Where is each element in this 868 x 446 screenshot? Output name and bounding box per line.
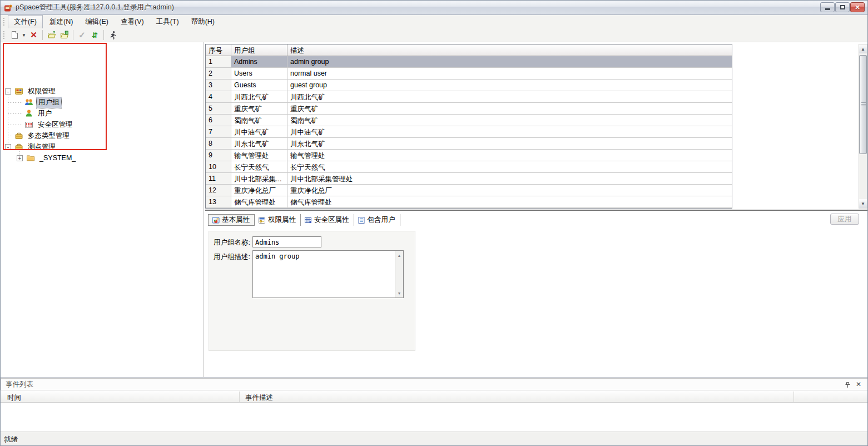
column-header-user-group[interactable]: 用户组 [231,44,287,56]
cell-description: 川西北气矿 [287,91,732,103]
group-name-input[interactable]: Admins [252,236,321,247]
tree-item-security-zone-mgmt[interactable]: 安全区管理 [1,119,201,130]
tab-label: 包含用户 [368,215,395,225]
user-group-icon [24,98,33,107]
refresh-button[interactable]: ⇵ [88,29,101,41]
status-bar: 就绪 [1,432,867,446]
pin-panel-button[interactable] [844,381,851,389]
cell-description: 蜀南气矿 [287,115,732,126]
table-vertical-scrollbar[interactable]: ▲ ▼ [859,44,867,209]
import-button[interactable] [45,29,58,41]
tree-item-permission-mgmt[interactable]: - 权限管理 [1,86,201,97]
apply-button[interactable]: 应用 [830,214,859,225]
toolbox-icon [14,131,23,140]
column-header-event-description[interactable]: 事件描述 [240,392,794,402]
horizontal-splitter[interactable] [205,210,868,211]
cell-index: 12 [206,185,231,196]
table-row[interactable]: 12重庆净化总厂重庆净化总厂 [206,185,732,196]
table-row[interactable]: 13储气库管理处储气库管理处 [206,196,732,208]
menu-file[interactable]: 文件(F) [8,15,43,29]
toolbar-separator [42,30,43,40]
scroll-up-button[interactable]: ▲ [859,44,867,53]
scrollbar-thumb[interactable] [859,55,867,154]
pin-icon [845,381,851,388]
basic-properties-form: 用户组名称: Admins 用户组描述: admin group ▲ ▼ [209,231,415,351]
toolbar-grip[interactable] [3,31,4,39]
navigation-panel: - 权限管理 用户组 [1,42,204,377]
tab-permission-properties[interactable]: 权限属性 [255,214,301,226]
minimize-button[interactable] [820,2,835,12]
tab-security-zone-properties[interactable]: 安全区属性 [301,214,354,226]
cell-index: 10 [206,161,231,173]
menu-help[interactable]: 帮助(H) [186,16,220,28]
collapse-icon[interactable]: - [5,88,11,95]
property-tabbar: 基本属性 权限属性 安全区属性 包含用户 [208,214,400,226]
cell-description: 川中油气矿 [287,126,732,138]
cell-index: 9 [206,150,231,161]
menubar-grip[interactable] [3,18,4,26]
tree-item-system-folder[interactable]: + _SYSTEM_ [1,152,201,163]
apply-button-label: 应用 [838,215,852,224]
menu-tools[interactable]: 工具(T) [151,16,185,28]
tab-included-users[interactable]: 包含用户 [354,214,400,226]
new-item-dropdown[interactable]: ▾ [21,29,27,41]
table-row[interactable]: 7川中油气矿川中油气矿 [206,126,732,138]
maximize-button[interactable] [835,2,850,12]
cell-user-group: 长宁天然气 [231,161,287,173]
menu-view[interactable]: 查看(V) [115,16,150,28]
scroll-down-icon[interactable]: ▼ [395,289,403,297]
check-icon: ✓ [78,30,86,40]
delete-button[interactable]: ✕ [27,29,40,41]
column-header-description[interactable]: 描述 [287,44,732,56]
cell-user-group: 川东北气矿 [231,138,287,150]
close-icon: ✕ [856,380,861,388]
cell-description: 川中北部采集管理处 [287,173,732,185]
menu-new[interactable]: 新建(N) [44,16,78,28]
column-header-time[interactable]: 时间 [1,392,240,402]
event-panel-title: 事件列表 [6,380,33,389]
tree-item-polymorphic-type-mgmt[interactable]: 多态类型管理 [1,130,201,141]
column-header-index[interactable]: 序号 [206,44,231,56]
toolbar: ▾ ✕ ✓ ⇵ [1,28,867,42]
scroll-down-icon: ▼ [861,201,865,206]
cell-user-group: Admins [231,56,287,68]
table-row[interactable]: 5重庆气矿重庆气矿 [206,103,732,115]
new-item-button[interactable] [8,29,21,41]
navigation-tree: - 权限管理 用户组 [1,86,201,163]
close-panel-button[interactable]: ✕ [855,380,862,388]
table-row[interactable]: 9输气管理处输气管理处 [206,150,732,161]
tree-item-label: 安全区管理 [36,120,75,130]
tree-item-user-groups[interactable]: 用户组 [1,97,201,108]
table-row[interactable]: 11川中北部采集...川中北部采集管理处 [206,173,732,185]
table-row[interactable]: 10长宁天然气长宁天然气 [206,161,732,173]
table-row[interactable]: 6蜀南气矿蜀南气矿 [206,115,732,126]
tree-item-measurement-point-mgmt[interactable]: - 测点管理 [1,141,201,152]
cell-user-group: 重庆气矿 [231,103,287,115]
export-button[interactable] [58,29,71,41]
table-row[interactable]: 2Usersnormal user [206,68,732,80]
tree-item-users[interactable]: 用户 [1,108,201,119]
apply-changes-button[interactable]: ✓ [76,29,88,41]
close-button[interactable]: ✕ [850,2,865,12]
cell-index: 4 [206,91,231,103]
group-desc-textarea[interactable]: admin group ▲ ▼ [252,250,404,298]
scroll-up-icon[interactable]: ▲ [395,251,403,259]
scroll-down-button[interactable]: ▼ [859,199,867,208]
table-row[interactable]: 3Guestsguest group [206,80,732,91]
run-button[interactable] [106,29,119,41]
tree-item-label: _SYSTEM_ [38,153,77,162]
event-table-body [1,403,868,433]
cell-index: 13 [206,196,231,208]
menu-bar: 文件(F) 新建(N) 编辑(E) 查看(V) 工具(T) 帮助(H) [1,15,867,28]
table-row[interactable]: 8川东北气矿川东北气矿 [206,138,732,150]
tab-basic-properties[interactable]: 基本属性 [208,214,255,226]
group-desc-label: 用户组描述: [214,252,250,262]
textarea-scrollbar[interactable]: ▲ ▼ [395,251,403,298]
permission-icon [14,87,23,96]
cell-user-group: 蜀南气矿 [231,115,287,126]
menu-edit[interactable]: 编辑(E) [80,16,114,28]
collapse-icon[interactable]: - [5,144,11,150]
table-row[interactable]: 1Adminsadmin group [206,56,732,68]
expand-icon[interactable]: + [17,155,23,161]
table-row[interactable]: 4川西北气矿川西北气矿 [206,91,732,103]
